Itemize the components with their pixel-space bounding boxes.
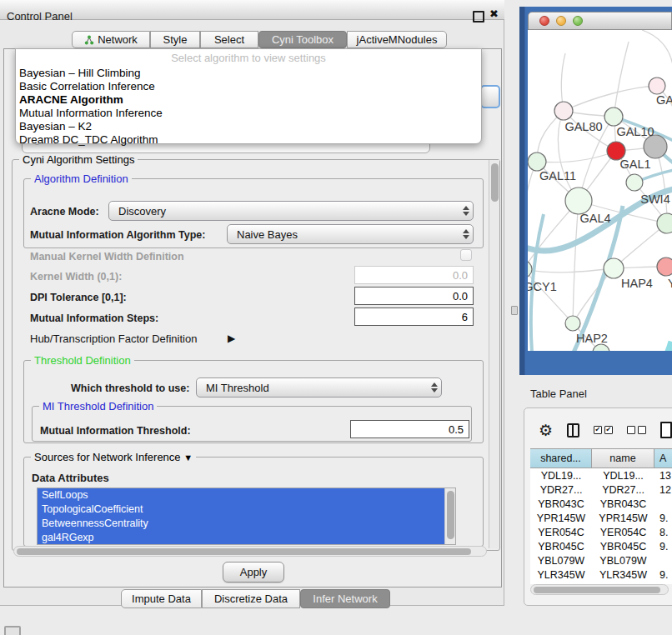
- hub-definition-expander[interactable]: Hub/Transcription Factor Definition: [30, 332, 197, 345]
- attribute-item[interactable]: TopologicalCoefficient: [38, 502, 444, 517]
- column-header[interactable]: shared...: [530, 448, 592, 468]
- close-window-icon[interactable]: ✖: [489, 8, 499, 20]
- data-attributes-list[interactable]: SelfLoops TopologicalCoefficient Between…: [37, 488, 456, 545]
- tab-network[interactable]: Network: [72, 31, 150, 48]
- node-green-bottom: [593, 344, 609, 351]
- mi-threshold-input[interactable]: 0.5: [350, 420, 469, 438]
- hide-columns-icon[interactable]: [627, 426, 646, 434]
- gear-icon[interactable]: ⚙: [539, 422, 553, 438]
- tab-label: Style: [163, 33, 188, 46]
- table-cell[interactable]: YBR043C: [592, 497, 654, 511]
- control-panel-titlebar[interactable]: [0, 0, 504, 20]
- tab-label: Impute Data: [132, 592, 191, 605]
- tab-style[interactable]: Style: [150, 31, 200, 48]
- network-window-titlebar[interactable]: [528, 12, 672, 30]
- kernel-width-label: Kernel Width (0,1):: [30, 271, 122, 282]
- algorithm-option[interactable]: Mutual Information Inference: [18, 107, 478, 120]
- column-header[interactable]: A: [654, 448, 672, 468]
- network-view-canvas[interactable]: GAL80 GAL10 GAL1 GAL11 SWI4 GAL4 GCY1 HA…: [528, 30, 672, 351]
- bottom-tab-discretize-data[interactable]: Discretize Data: [202, 589, 300, 608]
- panel-splitter-handle[interactable]: [511, 306, 518, 315]
- table-panel-toolbar: ⚙ ✔✔: [529, 415, 672, 445]
- split-columns-icon[interactable]: [567, 423, 579, 438]
- algorithm-combo-arrow-fragment[interactable]: [480, 85, 500, 108]
- table-cell[interactable]: YLR345W: [592, 568, 654, 582]
- algorithm-option-selected[interactable]: ARACNE Algorithm: [18, 93, 478, 107]
- bottom-tab-impute-data[interactable]: Impute Data: [121, 589, 202, 608]
- minimize-traffic-light-icon[interactable]: [556, 16, 566, 26]
- mi-threshold-definition-title: MI Threshold Definition: [39, 400, 157, 412]
- table-horizontal-scrollbar[interactable]: [530, 584, 669, 595]
- settings-group-title: Cyni Algorithm Settings: [19, 153, 138, 166]
- collapsed-arrow-icon[interactable]: ▶: [228, 332, 235, 344]
- mi-algorithm-type-label: Mutual Information Algorithm Type:: [30, 229, 205, 241]
- bottom-tab-infer-network[interactable]: Infer Network: [300, 589, 390, 608]
- export-table-icon[interactable]: [660, 422, 672, 438]
- table-cell[interactable]: 9.: [654, 568, 672, 582]
- table-cell[interactable]: YBR043C: [530, 497, 592, 511]
- kernel-width-input[interactable]: 0.0: [354, 266, 474, 284]
- combo-arrows-icon: [427, 378, 441, 397]
- column-header[interactable]: name: [592, 448, 654, 468]
- node-attribute-table[interactable]: shared... name A YDL19...YDL19...13 YDR2…: [530, 448, 672, 584]
- table-cell[interactable]: YLR345W: [530, 568, 592, 582]
- expanded-arrow-icon[interactable]: ▼: [183, 452, 193, 462]
- which-threshold-combo[interactable]: MI Threshold: [196, 378, 442, 398]
- table-cell[interactable]: YBL079W: [530, 553, 592, 568]
- table-cell[interactable]: [654, 553, 672, 568]
- data-attributes-label: Data Attributes: [32, 472, 109, 484]
- attribute-item[interactable]: BetweennessCentrality: [38, 517, 444, 531]
- table-cell[interactable]: YDR27...: [592, 482, 654, 497]
- table-cell[interactable]: 9.: [654, 539, 672, 553]
- dpi-tolerance-input[interactable]: 0.0: [354, 287, 474, 305]
- table-cell[interactable]: YDR27...: [530, 482, 592, 497]
- node-hap2: [565, 316, 580, 331]
- attribute-item[interactable]: SelfLoops: [38, 488, 444, 502]
- tab-cyni-toolbox[interactable]: Cyni Toolbox: [258, 31, 347, 48]
- attributes-scrollbar[interactable]: [444, 488, 455, 544]
- node-label: GAL4: [579, 212, 610, 225]
- table-cell[interactable]: YDL19...: [592, 468, 654, 482]
- zoom-traffic-light-icon[interactable]: [573, 16, 583, 26]
- tab-select[interactable]: Select: [200, 31, 258, 48]
- which-threshold-value: MI Threshold: [197, 382, 269, 394]
- mi-steps-input[interactable]: 6: [354, 308, 474, 326]
- node-label: GAL1: [619, 158, 650, 171]
- table-cell[interactable]: YBR045C: [592, 539, 654, 553]
- table-cell[interactable]: 8.: [654, 525, 672, 539]
- settings-horizontal-scrollbar[interactable]: [13, 546, 487, 557]
- algorithm-definition-title: Algorithm Definition: [31, 172, 132, 185]
- aracne-mode-combo[interactable]: Discovery: [108, 201, 474, 221]
- attribute-item[interactable]: gal4RGexp: [38, 531, 444, 545]
- close-traffic-light-icon[interactable]: [539, 16, 549, 26]
- apply-button[interactable]: Apply: [223, 562, 284, 582]
- table-cell[interactable]: YPR145W: [592, 511, 654, 525]
- mi-algorithm-type-combo[interactable]: Naive Bayes: [227, 224, 474, 244]
- algorithm-option[interactable]: Bayesian – K2: [18, 120, 478, 133]
- table-cell[interactable]: YPR145W: [530, 511, 592, 525]
- table-header-row: shared... name A: [530, 448, 672, 468]
- table-cell[interactable]: YBL079W: [592, 553, 654, 568]
- table-cell[interactable]: 9.: [654, 511, 672, 525]
- node-gal11: [528, 152, 546, 171]
- manual-kernel-width-checkbox[interactable]: [460, 249, 472, 261]
- node-gal80: [554, 102, 573, 120]
- table-cell[interactable]: 13: [654, 468, 672, 482]
- table-cell[interactable]: 12: [654, 482, 672, 497]
- settings-vertical-scrollbar[interactable]: [489, 160, 499, 548]
- table-cell[interactable]: YER054C: [530, 525, 592, 539]
- float-window-icon[interactable]: [473, 11, 484, 22]
- tab-label: Cyni Toolbox: [272, 33, 333, 46]
- table-cell[interactable]: YER054C: [592, 525, 654, 539]
- node-label: SWI4: [640, 192, 669, 206]
- table-cell[interactable]: [654, 497, 672, 511]
- table-cell[interactable]: YBR045C: [530, 539, 592, 553]
- algorithm-option[interactable]: Dream8 DC_TDC Algorithm: [18, 133, 478, 147]
- minimized-panel-icon[interactable]: [4, 626, 21, 635]
- algorithm-option[interactable]: Bayesian – Hill Climbing: [18, 67, 478, 80]
- tab-jactivemnodules[interactable]: jActiveMNodules: [347, 31, 447, 48]
- table-cell[interactable]: YDL19...: [530, 468, 592, 482]
- show-columns-icon[interactable]: ✔✔: [594, 426, 613, 434]
- node-y-partial: [657, 258, 672, 276]
- algorithm-option[interactable]: Basic Correlation Inference: [18, 80, 478, 93]
